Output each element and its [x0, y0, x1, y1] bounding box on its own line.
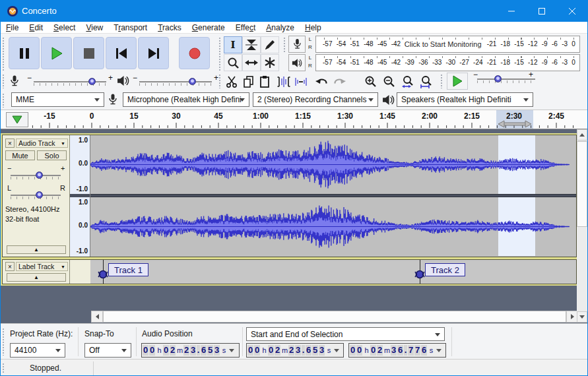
vertical-scale-ruler[interactable]: 1.00.0-1.0 1.00.0-1.0: [70, 135, 90, 257]
label-marker-icon[interactable]: [97, 269, 109, 280]
menu-effect[interactable]: Effect: [230, 22, 261, 33]
scroll-left-button[interactable]: [91, 311, 103, 323]
cut-button[interactable]: [223, 73, 240, 90]
scroll-down-button[interactable]: [577, 311, 587, 323]
menu-generate[interactable]: Generate: [187, 22, 230, 33]
time-digit[interactable]: 0: [268, 345, 274, 356]
device-toolbar-grip[interactable]: [2, 93, 5, 108]
time-unit[interactable]: h: [363, 346, 370, 354]
time-digit[interactable]: 5: [312, 345, 318, 356]
menu-edit[interactable]: Edit: [24, 22, 48, 33]
time-digit[interactable]: 3: [295, 345, 301, 356]
audio-track-close-button[interactable]: ×: [5, 139, 15, 148]
skip-to-end-button[interactable]: [138, 37, 169, 69]
time-unit[interactable]: s: [428, 346, 435, 354]
playback-meter[interactable]: -57-54-51-48-45-42-39-36-33-30-27-24-21-…: [315, 54, 580, 71]
draw-tool-button[interactable]: [261, 36, 279, 53]
fit-project-button[interactable]: [418, 73, 435, 90]
solo-button[interactable]: Solo: [37, 150, 67, 160]
time-digit[interactable]: 7: [414, 345, 420, 356]
playback-meter-speaker-button[interactable]: [288, 54, 306, 71]
time-digit[interactable]: 0: [143, 345, 148, 356]
audio-position-field[interactable]: 00h02m23.653s: [141, 343, 240, 358]
vertical-scrollbar[interactable]: [577, 129, 587, 323]
pan-thumb[interactable]: [36, 191, 43, 199]
time-digit[interactable]: .: [404, 345, 407, 356]
gain-thumb[interactable]: [36, 172, 43, 179]
time-digit[interactable]: 0: [247, 345, 253, 356]
time-unit[interactable]: m: [281, 346, 288, 354]
recording-channels-select[interactable]: 2 (Stereo) Recording Channels: [253, 92, 378, 107]
time-digit[interactable]: 2: [288, 345, 294, 356]
waveform-area[interactable]: [90, 135, 576, 257]
output-volume-thumb[interactable]: [189, 78, 196, 85]
snap-to-select[interactable]: Off: [84, 343, 131, 358]
mute-button[interactable]: Mute: [5, 150, 35, 160]
tools-toolbar-grip[interactable]: [218, 37, 221, 71]
label-track-collapse-button[interactable]: ▲: [7, 273, 66, 282]
maximize-button[interactable]: [527, 1, 557, 22]
transport-toolbar-grip[interactable]: [2, 37, 5, 71]
time-digit[interactable]: 7: [408, 345, 414, 356]
selection-toolbar-grip[interactable]: [2, 328, 5, 356]
menu-view[interactable]: View: [81, 22, 108, 33]
selection-tool-button[interactable]: I: [224, 36, 242, 53]
recording-meter-mic-button[interactable]: [288, 36, 306, 53]
menu-transport[interactable]: Transport: [108, 22, 152, 33]
chevron-down-icon[interactable]: [334, 349, 339, 352]
label-track-menu-button[interactable]: Label Track ▼: [16, 262, 68, 271]
recording-meter-grip[interactable]: [283, 37, 286, 53]
label-marker-icon[interactable]: [414, 269, 426, 280]
vertical-scroll-thumb[interactable]: [577, 141, 587, 227]
multi-tool-button[interactable]: [261, 54, 279, 71]
time-unit[interactable]: m: [176, 346, 183, 354]
skip-to-start-button[interactable]: [106, 37, 137, 69]
time-digit[interactable]: .: [302, 345, 305, 356]
time-digit[interactable]: 0: [356, 345, 362, 356]
chevron-down-icon[interactable]: [436, 349, 441, 352]
playback-device-select[interactable]: Speakers (Realtek High Definiti: [397, 92, 533, 107]
time-digit[interactable]: 0: [163, 345, 169, 356]
horizontal-scroll-thumb[interactable]: [103, 311, 566, 323]
close-button[interactable]: [557, 1, 587, 22]
output-volume-slider[interactable]: [139, 77, 212, 86]
time-digit[interactable]: 6: [397, 345, 403, 356]
label-track-content[interactable]: Track 1Track 2: [90, 260, 576, 284]
time-digit[interactable]: 6: [306, 345, 311, 356]
label-track-close-button[interactable]: ×: [5, 262, 15, 271]
time-digit[interactable]: 2: [275, 345, 280, 356]
selection-start-field[interactable]: 00h02m23.653s: [246, 343, 344, 358]
play-speed-slider[interactable]: [477, 75, 535, 84]
envelope-tool-button[interactable]: [242, 36, 261, 53]
time-unit[interactable]: s: [220, 346, 228, 354]
menu-select[interactable]: Select: [48, 22, 81, 33]
zoom-tool-button[interactable]: [224, 54, 242, 71]
time-digit[interactable]: 0: [149, 345, 155, 356]
menu-analyze[interactable]: Analyze: [261, 22, 300, 33]
time-digit[interactable]: .: [197, 345, 200, 356]
label-text[interactable]: Track 2: [425, 263, 465, 276]
input-volume-thumb[interactable]: [88, 78, 96, 85]
zoom-out-button[interactable]: [381, 73, 398, 90]
chevron-down-icon[interactable]: [229, 349, 234, 352]
redo-button[interactable]: [331, 73, 348, 90]
recording-meter[interactable]: -57-54-51-48-45-42-39-36-33-30-27-24-21-…: [315, 36, 580, 53]
time-digit[interactable]: 2: [170, 345, 176, 356]
stop-button[interactable]: [73, 37, 104, 69]
time-digit[interactable]: 3: [214, 345, 220, 356]
pause-button[interactable]: [9, 37, 40, 69]
time-digit[interactable]: 0: [370, 345, 376, 356]
time-digit[interactable]: 6: [421, 345, 427, 356]
trim-audio-button[interactable]: [275, 73, 292, 90]
selection-mode-select[interactable]: Start and End of Selection: [246, 327, 445, 341]
time-unit[interactable]: s: [325, 346, 333, 354]
quick-play-button[interactable]: [6, 112, 28, 127]
time-digit[interactable]: 2: [377, 345, 383, 356]
label-text[interactable]: Track 1: [108, 263, 148, 276]
fit-selection-button[interactable]: [399, 73, 416, 90]
time-shift-tool-button[interactable]: [242, 54, 261, 71]
time-digit[interactable]: 3: [319, 345, 325, 356]
minimize-button[interactable]: [496, 1, 527, 22]
monitor-prompt[interactable]: Click to Start Monitoring: [403, 40, 484, 48]
silence-audio-button[interactable]: [292, 73, 310, 90]
